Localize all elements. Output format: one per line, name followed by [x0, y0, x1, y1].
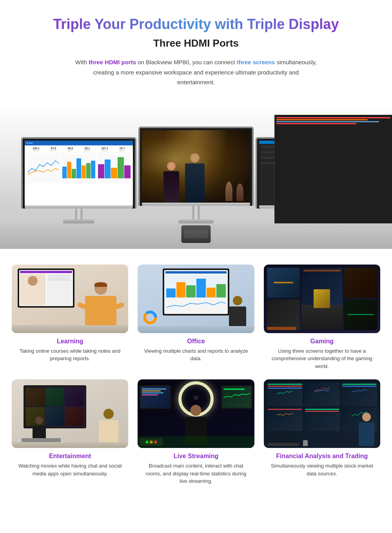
off-bar-3: [186, 285, 196, 297]
chat-line-4: [142, 394, 158, 395]
db-metric-3: 69.5 Metric C: [67, 147, 73, 152]
gaming-right-col: [344, 268, 377, 330]
office-screen: [164, 270, 228, 314]
vent-4: [191, 230, 192, 238]
fin-screen-3: [341, 383, 377, 406]
streaming-screen-right: [222, 386, 251, 408]
streaming-title: Live Streaming: [174, 453, 219, 460]
vent-2: [187, 230, 188, 238]
monitors-row: 109.1 Metric A 97.6 Metric B 69.5 Metric…: [0, 115, 392, 223]
db-metric-5: 107.1 Metric E: [101, 147, 108, 152]
db-dot-2: [29, 142, 30, 144]
db-metric-lbl-1: Metric A: [33, 150, 40, 152]
vent-1: [185, 230, 186, 238]
off-bar-2: [176, 282, 186, 297]
ent-tile-5: [45, 407, 64, 426]
db-bar-1: [62, 167, 67, 178]
subtitle: Three HDMI Ports: [31, 37, 361, 49]
entertainment-title: Entertainment: [49, 453, 91, 460]
lp-arm-left: [77, 302, 89, 310]
game-screen-bl: [267, 299, 300, 330]
streaming-image: [138, 379, 254, 448]
ls-face: [28, 276, 38, 286]
learning-title: Learning: [57, 338, 83, 345]
drama-scene: [142, 130, 250, 203]
learning-monitor: [18, 268, 74, 308]
ls-text-2: [49, 277, 69, 279]
ls-text-3: [48, 279, 70, 281]
office-chart: [165, 275, 227, 298]
db-metric-2: 97.6 Metric B: [51, 147, 56, 152]
ent-desk: [12, 442, 128, 448]
gaming-left-col: [267, 268, 300, 330]
game-hud-1: [274, 282, 294, 283]
fin-screen-2: [304, 383, 340, 406]
fin-chart-svg-4: [268, 410, 302, 416]
chat-line-3: [142, 392, 163, 393]
monitor-section: 109.1 Metric A 97.6 Metric B 69.5 Metric…: [0, 103, 392, 249]
use-case-entertainment: Entertainment Watching movies while havi…: [12, 379, 128, 485]
ent-tile-1: [26, 388, 45, 406]
db-bar-m1: [98, 164, 104, 178]
ent-tile-6: [65, 407, 84, 426]
db-bar-m4: [118, 157, 124, 178]
db-bar-5: [82, 165, 86, 178]
streaming-monitor-left: [140, 385, 171, 409]
ls-text-area: [47, 274, 73, 305]
vent-7: [197, 230, 198, 238]
db-metric-val-3: 69.5: [67, 147, 73, 150]
db-bar-m3: [111, 168, 117, 178]
stat-bar-1: [223, 388, 245, 390]
right-monitor: [256, 137, 371, 223]
page-wrapper: Triple Your Productivity with Triple Dis…: [0, 0, 392, 497]
streaming-monitor-right: [221, 385, 252, 409]
office-title: Office: [187, 338, 205, 345]
gaming-title: Gaming: [310, 338, 334, 345]
ent-tile-3: [65, 388, 84, 406]
vent-lines: [185, 230, 207, 238]
use-case-gaming: Gaming Using three screens together to h…: [264, 265, 380, 370]
office-header: [165, 271, 227, 274]
ls-face-area: [20, 274, 46, 305]
db-metric-lbl-5: Metric E: [101, 150, 108, 152]
game-top-hud: [303, 270, 341, 272]
game-br-bar: [347, 314, 374, 315]
db-charts-row: [25, 153, 133, 184]
header-section: Triple Your Productivity with Triple Dis…: [0, 0, 392, 95]
db-bar-3: [72, 169, 76, 178]
left-monitor: 109.1 Metric A 97.6 Metric B 69.5 Metric…: [21, 137, 136, 223]
chat-line-1: [142, 388, 166, 390]
game-screen-tr: [344, 268, 377, 298]
stat-chart: [223, 391, 250, 399]
fp-body: [359, 422, 374, 446]
office-desc: Viewing multiple charts and reports to a…: [143, 347, 249, 363]
off-bar-4: [196, 279, 206, 297]
lp-arm-right: [112, 302, 125, 310]
left-stand-neck: [75, 208, 82, 219]
db-chart-line: [26, 154, 60, 183]
db-metric-1: 109.1 Metric A: [33, 147, 40, 152]
description: With three HDMI ports on Blackview MP80,…: [74, 57, 318, 87]
figure-body-1: [163, 171, 179, 203]
financial-title: Financial Analysis and Trading: [276, 453, 368, 460]
lp-hair: [94, 282, 107, 287]
office-desk: [138, 326, 254, 333]
vent-12: [207, 230, 207, 238]
ambient-light: [138, 436, 254, 448]
donut-svg: [142, 310, 158, 325]
monitor-bottom-section: [0, 223, 392, 249]
drama-figure-2: [185, 153, 205, 203]
keyboard: [22, 438, 61, 442]
lp-head: [94, 282, 107, 295]
db-metric-val-1: 109.1: [33, 147, 40, 150]
figure-head-1: [167, 162, 176, 170]
ep2-head: [35, 417, 43, 424]
center-bezel-bottom: [142, 203, 250, 206]
use-case-office: Office Viewing multiple charts and repor…: [138, 265, 254, 370]
fp-head: [362, 413, 371, 421]
highlight-hdmi: three HDMI ports: [89, 59, 136, 65]
off-bar-1: [166, 288, 176, 297]
streaming-screen-left: [141, 386, 170, 408]
fin-chart-svg-2: [305, 383, 339, 393]
office-image: [138, 265, 254, 333]
